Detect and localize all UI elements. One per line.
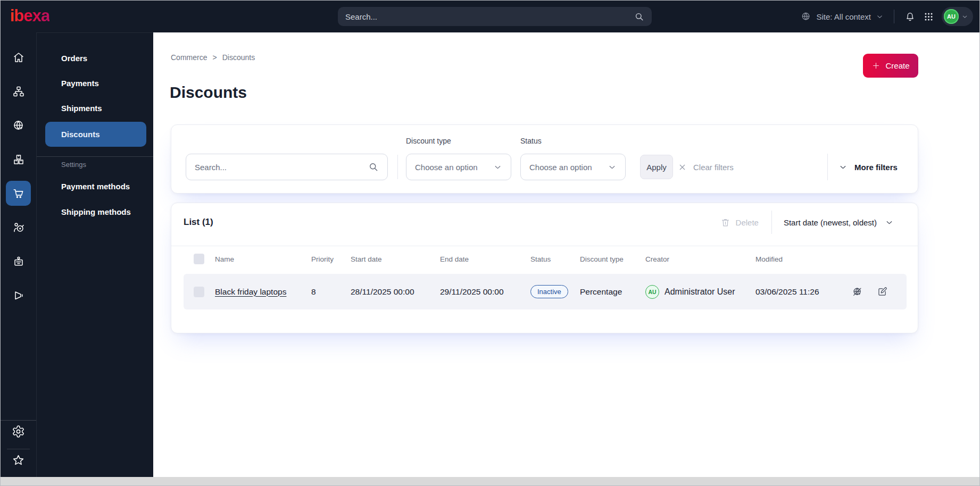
table-header-row: Name Priority Start date End date Status…	[184, 252, 907, 266]
col-header-end-date: End date	[440, 255, 530, 263]
discount-type-label: Discount type	[406, 137, 451, 145]
delete-button[interactable]: Delete	[720, 217, 759, 228]
nav-admin-settings[interactable]	[1, 425, 36, 440]
discounts-list-card: List (1) Delete Start date (newest, olde…	[171, 203, 918, 333]
nav-bookmarks[interactable]	[1, 454, 36, 469]
apps-grid-button[interactable]	[924, 12, 934, 22]
nav-products[interactable]	[1, 153, 36, 168]
select-all-checkbox[interactable]	[194, 254, 204, 264]
search-icon	[634, 12, 644, 22]
preview-globe-slash-icon[interactable]	[852, 286, 863, 298]
list-title: List (1)	[184, 217, 213, 228]
col-header-modified: Modified	[755, 255, 846, 263]
commerce-menu-panel: Orders Payments Shipments Discounts Sett…	[36, 32, 153, 477]
status-select[interactable]: Choose an option	[520, 154, 626, 180]
avatar: AU	[944, 9, 959, 24]
nav-site[interactable]	[1, 119, 36, 134]
filter-divider	[827, 154, 828, 180]
topbar: ibexa Site: All context	[1, 1, 979, 32]
bell-icon	[904, 11, 916, 22]
chevron-down-icon	[838, 163, 848, 172]
nav-commerce-active[interactable]	[6, 181, 31, 206]
list-header-divider	[771, 211, 772, 234]
notifications-button[interactable]	[904, 11, 916, 22]
topbar-divider	[894, 10, 894, 23]
row-actions	[846, 286, 907, 298]
discount-name-link[interactable]: Black friday laptops	[215, 287, 286, 296]
edit-icon[interactable]	[877, 286, 888, 297]
sitemap-icon	[12, 85, 25, 100]
chevron-down-icon	[493, 163, 502, 172]
status-badge: Inactive	[530, 285, 568, 298]
global-search-input[interactable]	[345, 12, 634, 21]
sidebar-item-shipments[interactable]: Shipments	[37, 96, 154, 121]
breadcrumb-discounts: Discounts	[222, 53, 255, 62]
plus-icon	[871, 61, 881, 70]
global-search[interactable]	[338, 7, 652, 26]
create-button[interactable]: Create	[863, 54, 918, 78]
topbar-right: Site: All context AU	[801, 1, 973, 32]
col-header-name: Name	[213, 255, 311, 263]
rail-divider	[1, 420, 36, 421]
nav-corporate[interactable]	[1, 255, 36, 270]
rail-divider-inset	[7, 449, 30, 449]
trash-icon	[720, 217, 730, 228]
sidebar-item-discounts[interactable]: Discounts	[45, 122, 146, 147]
cell-start-date: 28/11/2025 00:00	[351, 287, 440, 297]
sidebar-item-payment-methods[interactable]: Payment methods	[37, 174, 154, 199]
row-checkbox[interactable]	[194, 287, 204, 297]
chevron-down-icon	[885, 218, 894, 227]
cell-end-date: 29/11/2025 00:00	[440, 287, 530, 297]
table-row: Black friday laptops 8 28/11/2025 00:00 …	[184, 274, 907, 309]
icon-rail	[1, 32, 36, 477]
sidebar-item-payments[interactable]: Payments	[37, 71, 154, 96]
bookmarks-star-icon	[12, 454, 25, 469]
cell-creator: AU Administrator User	[645, 285, 755, 299]
col-header-discount-type: Discount type	[580, 255, 645, 263]
products-boxes-icon	[12, 153, 25, 168]
user-menu[interactable]: AU	[942, 7, 973, 26]
filter-search-input[interactable]	[195, 163, 368, 172]
cell-discount-type: Percentage	[580, 287, 645, 297]
creator-avatar: AU	[645, 285, 659, 299]
clear-filters-button[interactable]: Clear filters	[678, 155, 734, 179]
nav-content-structure[interactable]	[1, 85, 36, 100]
filter-search[interactable]	[186, 154, 388, 180]
sidebar-item-shipping-methods[interactable]: Shipping methods	[37, 199, 154, 224]
search-icon	[368, 162, 379, 172]
chevron-down-icon	[961, 13, 968, 20]
filter-divider	[397, 155, 398, 179]
breadcrumb-commerce[interactable]: Commerce	[171, 53, 207, 62]
apps-grid-icon	[924, 12, 934, 22]
main-content: Commerce > Discounts Create Discounts Di…	[153, 32, 979, 477]
col-header-status: Status	[530, 255, 580, 263]
more-filters-button[interactable]: More filters	[838, 155, 898, 179]
site-context-selector[interactable]: Site: All context	[801, 11, 884, 22]
breadcrumb-separator: >	[212, 53, 217, 62]
app-window: ibexa Site: All context	[0, 0, 980, 486]
settings-section-label: Settings	[61, 159, 86, 171]
creator-name: Administrator User	[665, 287, 735, 297]
marketing-megaphone-icon	[12, 289, 25, 304]
nav-home[interactable]	[1, 51, 36, 66]
personalization-target-icon	[12, 221, 25, 236]
sidebar-item-orders[interactable]: Orders	[37, 46, 154, 71]
sort-selector[interactable]: Start date (newest, oldest)	[784, 218, 894, 227]
home-icon	[12, 51, 25, 66]
menu-divider	[37, 156, 154, 157]
breadcrumb: Commerce > Discounts	[171, 53, 255, 62]
cell-priority: 8	[311, 287, 351, 297]
nav-personalization[interactable]	[1, 221, 36, 236]
site-globe-cursor-icon	[12, 119, 25, 134]
filters-card: Discount type Choose an option Status Ch…	[171, 124, 918, 194]
chevron-down-icon	[876, 13, 884, 21]
site-context-label: Site: All context	[816, 12, 871, 21]
discount-type-select[interactable]: Choose an option	[406, 154, 511, 180]
col-header-start-date: Start date	[351, 255, 440, 263]
nav-marketing[interactable]	[1, 289, 36, 304]
cell-modified: 03/06/2025 11:26	[755, 287, 846, 297]
ibexa-logo[interactable]: ibexa	[10, 6, 49, 26]
close-icon	[678, 163, 687, 172]
apply-button[interactable]: Apply	[640, 155, 673, 179]
page-title: Discounts	[170, 83, 247, 102]
